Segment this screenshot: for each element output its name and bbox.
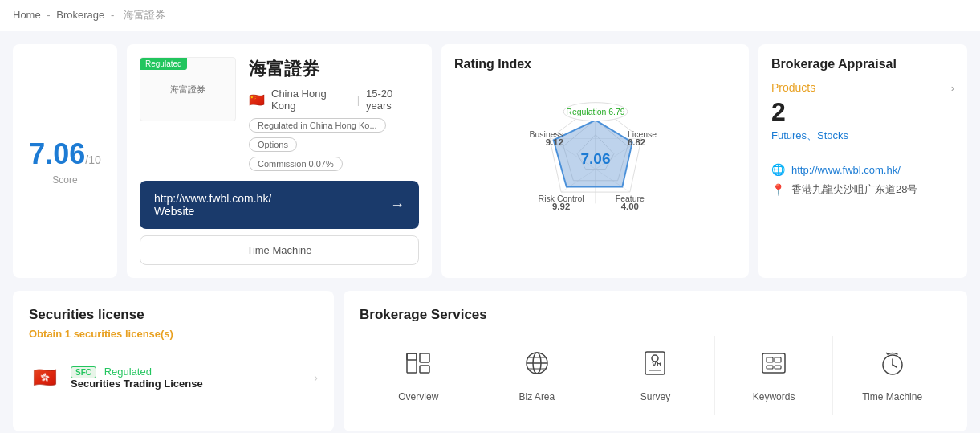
broker-tags: Regulated in China Hong Ko... Options [249, 118, 419, 152]
website-label-text: Website [154, 205, 271, 218]
keywords-label: Keywords [753, 391, 795, 402]
score-card: 7.06/10 Score [13, 44, 117, 278]
license-value: 6.82 [628, 137, 645, 147]
time-machine-button[interactable]: Time Machine [140, 235, 419, 265]
info-card: Regulated 海富證券 海富證券 🇨🇳 China Hong Kong |… [127, 44, 432, 278]
radar-chart: Regulation 6.79 Business 9.12 License 6.… [454, 81, 736, 242]
tag-regulated: Regulated in China Hong Ko... [249, 118, 386, 133]
broker-address: 香港九龍尖沙咀广东道28号 [791, 182, 917, 197]
license-card: Securities license Obtain 1 securities l… [13, 291, 334, 431]
biz-area-icon [523, 349, 551, 383]
breadcrumb-brokerage[interactable]: Brokerage [56, 9, 104, 21]
website-button[interactable]: http://www.fwbl.com.hk/ Website → [140, 181, 419, 229]
service-overview[interactable]: Overview [360, 336, 478, 415]
license-subtitle: Obtain 1 securities license(s) [29, 328, 318, 340]
broker-meta: 🇨🇳 China Hong Kong | 15-20 years [249, 88, 419, 112]
website-arrow-icon: → [390, 197, 405, 214]
svg-rect-24 [767, 357, 773, 362]
biz-area-label: Biz Area [519, 391, 555, 402]
license-name: Securities Trading License [71, 378, 304, 390]
svg-rect-26 [767, 366, 773, 369]
svg-rect-10 [407, 353, 417, 373]
services-grid: Overview Biz Area [360, 336, 951, 415]
globe-icon: 🌐 [771, 163, 785, 176]
center-score: 7.06 [580, 150, 610, 167]
broker-years: 15-20 years [366, 88, 419, 112]
sfc-badge: SFC [71, 366, 96, 378]
broker-name: 海富證券 [249, 57, 419, 81]
logo-text: 海富證券 [170, 84, 205, 96]
services-title: Brokerage Services [360, 307, 951, 323]
commission-tag: Commission 0.07% [249, 157, 343, 171]
svg-line-30 [893, 365, 897, 367]
products-label: Products [771, 81, 815, 94]
website-contact-row: 🌐 http://www.fwbl.com.hk/ [771, 163, 954, 176]
license-title: Securities license [29, 307, 318, 323]
service-keywords[interactable]: Keywords [715, 336, 834, 415]
chevron-icon: › [951, 82, 954, 94]
svg-rect-12 [420, 353, 429, 362]
time-machine-service-label: Time Machine [862, 391, 922, 402]
overview-label: Overview [398, 391, 438, 402]
address-contact-row: 📍 香港九龍尖沙咀广东道28号 [771, 182, 954, 197]
svg-line-31 [886, 353, 888, 354]
svg-rect-11 [407, 353, 417, 360]
radar-svg: Regulation 6.79 Business 9.12 License 6.… [499, 81, 692, 242]
rating-title: Rating Index [454, 57, 736, 71]
breadcrumb-home[interactable]: Home [13, 9, 41, 21]
license-status: Regulated [104, 366, 152, 378]
regulated-badge: Regulated [140, 58, 187, 70]
license-chevron-icon: › [314, 371, 318, 384]
appraisal-website-link[interactable]: http://www.fwbl.com.hk/ [791, 164, 901, 176]
survey-icon: VR [640, 349, 669, 383]
appraisal-title: Brokerage Appraisal [771, 57, 954, 71]
website-url-text: http://www.fwbl.com.hk/ [154, 192, 271, 205]
license-info: SFC Regulated Securities Trading License [71, 366, 304, 390]
score-label: Score [52, 174, 77, 186]
business-value: 9.12 [545, 137, 563, 147]
appraisal-card: Brokerage Appraisal Products › 2 Futures… [758, 44, 967, 278]
breadcrumb: Home - Brokerage - 海富證券 [0, 0, 980, 31]
service-biz-area[interactable]: Biz Area [478, 336, 597, 415]
svg-rect-25 [775, 357, 781, 362]
tag-options: Options [249, 137, 297, 152]
products-count: 2 [771, 97, 954, 127]
score-value: 7.06/10 [29, 137, 101, 171]
svg-rect-27 [775, 366, 781, 369]
services-card: Brokerage Services Overview [344, 291, 967, 431]
svg-rect-13 [420, 366, 429, 373]
license-item[interactable]: 🇭🇰 SFC Regulated Securities Trading Lice… [29, 353, 318, 402]
time-machine-icon [878, 349, 907, 383]
survey-label: Survey [640, 391, 670, 402]
breadcrumb-current: 海富證券 [124, 9, 165, 21]
risk-value: 9.92 [552, 202, 570, 211]
broker-country: China Hong Kong [271, 88, 351, 112]
products-row: Products › [771, 81, 954, 94]
feature-value: 4.00 [620, 202, 638, 211]
svg-text:Regulation 6.79: Regulation 6.79 [566, 108, 625, 116]
service-survey[interactable]: VR Survey [596, 336, 715, 415]
license-flag: 🇭🇰 [29, 362, 61, 394]
location-icon: 📍 [771, 183, 785, 196]
service-time-machine[interactable]: Time Machine [833, 336, 951, 415]
keywords-icon [759, 349, 788, 383]
broker-logo: Regulated 海富證券 [140, 57, 236, 121]
svg-rect-23 [762, 353, 785, 373]
overview-icon [404, 349, 433, 383]
flag-icon: 🇨🇳 [249, 92, 265, 108]
products-types: Futures、Stocks [771, 129, 954, 143]
rating-card: Rating Index [441, 44, 749, 278]
